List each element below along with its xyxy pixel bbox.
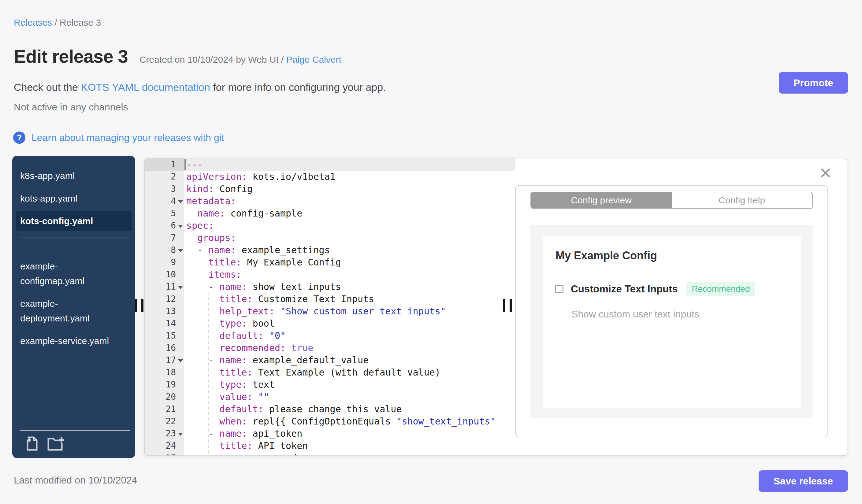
customize-text-inputs-checkbox[interactable] bbox=[555, 285, 563, 293]
code-line-25[interactable]: 25 type: password bbox=[145, 452, 515, 455]
line-number: 13 bbox=[145, 305, 184, 317]
code-text: when: repl{{ ConfigOptionEquals "show_te… bbox=[184, 415, 515, 427]
code-line-24[interactable]: 24 title: API token bbox=[145, 440, 515, 452]
line-number: 12 bbox=[145, 293, 184, 305]
add-file-icon[interactable] bbox=[25, 436, 39, 451]
line-number: 3 bbox=[145, 183, 184, 195]
code-line-7[interactable]: 7 groups: bbox=[145, 232, 515, 244]
code-line-10[interactable]: 10 items: bbox=[145, 268, 515, 281]
code-line-5[interactable]: 5 name: config-sample bbox=[145, 207, 515, 220]
line-number: 21 bbox=[145, 403, 184, 415]
close-preview-button[interactable] bbox=[820, 167, 832, 178]
code-line-21[interactable]: 21 default: please change this value bbox=[145, 403, 515, 415]
line-number: 5 bbox=[145, 207, 184, 220]
code-line-1[interactable]: 1--- bbox=[145, 158, 515, 171]
fold-arrow-icon[interactable] bbox=[178, 286, 183, 289]
code-line-9[interactable]: 9 title: My Example Config bbox=[145, 256, 515, 268]
line-number: 17 bbox=[145, 354, 184, 367]
line-number: 15 bbox=[145, 330, 184, 342]
line-number: 25 bbox=[145, 452, 184, 455]
code-text: - name: api_token bbox=[184, 427, 515, 440]
line-number: 14 bbox=[145, 317, 184, 330]
code-line-22[interactable]: 22 when: repl{{ ConfigOptionEquals "show… bbox=[145, 415, 515, 427]
code-line-17[interactable]: 17 - name: example_default_value bbox=[145, 354, 515, 367]
code-line-3[interactable]: 3kind: Config bbox=[145, 183, 515, 195]
breadcrumb-link-releases[interactable]: Releases bbox=[14, 17, 52, 27]
line-number: 20 bbox=[145, 391, 184, 403]
sidebar-bottom-bar bbox=[16, 430, 132, 458]
fold-arrow-icon[interactable] bbox=[178, 359, 183, 362]
preview-tabs: Config previewConfig help bbox=[531, 192, 813, 209]
file-item-kots-app-yaml[interactable]: kots-app.yaml bbox=[16, 189, 132, 208]
code-line-11[interactable]: 11 - name: show_text_inputs bbox=[145, 281, 515, 293]
question-mark-icon: ? bbox=[13, 132, 25, 144]
fold-arrow-icon[interactable] bbox=[178, 200, 183, 203]
kots-yaml-docs-link[interactable]: KOTS YAML documentation bbox=[81, 81, 210, 93]
code-text: help_text: "Show custom user text inputs… bbox=[184, 305, 515, 317]
preview-card: My Example Config Customize Text Inputs … bbox=[543, 236, 801, 408]
line-number: 7 bbox=[145, 232, 184, 244]
line-number: 10 bbox=[145, 268, 184, 281]
code-line-14[interactable]: 14 type: bool bbox=[145, 317, 515, 330]
add-folder-icon[interactable] bbox=[47, 436, 65, 451]
code-text: --- bbox=[184, 158, 515, 171]
code-text: apiVersion: kots.io/v1beta1 bbox=[184, 171, 515, 183]
file-item-example-deployment-yaml[interactable]: example-deployment.yaml bbox=[16, 294, 132, 328]
file-list-divider bbox=[20, 238, 130, 238]
text-cursor bbox=[184, 159, 186, 170]
code-line-23[interactable]: 23 - name: api_token bbox=[145, 427, 515, 440]
code-text: metadata: bbox=[184, 195, 515, 207]
code-text: - name: example_settings bbox=[184, 244, 515, 256]
code-line-13[interactable]: 13 help_text: "Show custom user text inp… bbox=[145, 305, 515, 317]
code-line-19[interactable]: 19 type: text bbox=[145, 379, 515, 391]
fold-arrow-icon[interactable] bbox=[178, 249, 183, 252]
code-line-15[interactable]: 15 default: "0" bbox=[145, 330, 515, 342]
code-text: type: password bbox=[184, 452, 515, 455]
file-item-example-configmap-yaml[interactable]: example-configmap.yaml bbox=[16, 256, 132, 291]
code-text: value: "" bbox=[184, 391, 515, 403]
line-number: 24 bbox=[145, 440, 184, 452]
line-number: 16 bbox=[145, 342, 184, 354]
code-text: title: Text Example (with default value) bbox=[184, 367, 515, 379]
code-text: default: "0" bbox=[184, 330, 515, 342]
line-number: 23 bbox=[145, 427, 184, 440]
code-line-12[interactable]: 12 title: Customize Text Inputs bbox=[145, 293, 515, 305]
recommended-badge: Recommended bbox=[687, 282, 756, 296]
code-line-6[interactable]: 6spec: bbox=[145, 220, 515, 232]
config-item-label: Customize Text Inputs bbox=[571, 283, 678, 295]
breadcrumb-current: Release 3 bbox=[60, 17, 101, 27]
git-releases-link[interactable]: Learn about managing your releases with … bbox=[31, 132, 224, 143]
author-link[interactable]: Paige Calvert bbox=[286, 54, 341, 65]
code-line-18[interactable]: 18 title: Text Example (with default val… bbox=[145, 367, 515, 379]
code-line-2[interactable]: 2apiVersion: kots.io/v1beta1 bbox=[145, 171, 515, 183]
code-text: spec: bbox=[184, 220, 515, 232]
tab-config-help[interactable]: Config help bbox=[672, 193, 812, 208]
promote-button[interactable]: Promote bbox=[779, 72, 848, 94]
fold-arrow-icon[interactable] bbox=[178, 433, 183, 436]
file-item-kots-config-yaml[interactable]: kots-config.yaml bbox=[16, 211, 132, 231]
code-line-20[interactable]: 20 value: "" bbox=[145, 391, 515, 403]
line-number: 11 bbox=[145, 281, 184, 293]
code-line-4[interactable]: 4metadata: bbox=[145, 195, 515, 207]
last-modified-text: Last modified on 10/10/2024 bbox=[14, 475, 138, 486]
file-list-bottom: example-configmap.yamlexample-deployment… bbox=[12, 246, 135, 351]
fold-arrow-icon[interactable] bbox=[178, 225, 183, 228]
code-line-16[interactable]: 16 recommended: true bbox=[145, 342, 515, 354]
file-item-example-service-yaml[interactable]: example-service.yaml bbox=[16, 331, 132, 351]
code-line-8[interactable]: 8 - name: example_settings bbox=[145, 244, 515, 256]
config-item-help-text: Show custom user text inputs bbox=[571, 308, 699, 320]
git-help-row: ? Learn about managing your releases wit… bbox=[13, 132, 224, 144]
code-text: name: config-sample bbox=[184, 207, 515, 220]
close-icon bbox=[820, 167, 832, 178]
code-text: default: please change this value bbox=[184, 403, 515, 415]
sidebar-resize-handle[interactable] bbox=[135, 299, 143, 312]
tab-config-preview[interactable]: Config preview bbox=[531, 193, 672, 208]
code-text: type: text bbox=[184, 379, 515, 391]
breadcrumb-separator: / bbox=[52, 17, 60, 27]
code-editor[interactable]: 1---2apiVersion: kots.io/v1beta13kind: C… bbox=[145, 158, 515, 455]
docs-line: Check out the KOTS YAML documentation fo… bbox=[14, 81, 386, 93]
save-release-button[interactable]: Save release bbox=[759, 470, 848, 492]
line-number: 22 bbox=[145, 415, 184, 427]
file-item-k8s-app-yaml[interactable]: k8s-app.yaml bbox=[16, 166, 132, 186]
editor-resize-handle[interactable] bbox=[503, 299, 512, 312]
